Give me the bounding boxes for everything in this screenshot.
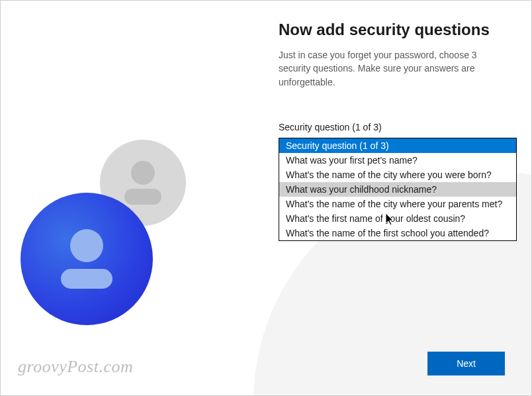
dropdown-option[interactable]: What's the first name of your oldest cou…: [279, 211, 516, 226]
dropdown-option[interactable]: What's the name of the first school you …: [279, 226, 516, 240]
dropdown-option[interactable]: Security question (1 of 3): [279, 138, 516, 153]
dropdown-option[interactable]: What's the name of the city where your p…: [279, 197, 516, 211]
security-question-dropdown[interactable]: Security question (1 of 3)What was your …: [279, 138, 517, 241]
watermark: groovyPost.com: [18, 357, 133, 377]
next-button[interactable]: Next: [427, 352, 505, 375]
dropdown-option[interactable]: What's the name of the city where you we…: [279, 168, 516, 182]
dropdown-option[interactable]: What was your childhood nickname?: [279, 182, 516, 197]
dropdown-option[interactable]: What was your first pet's name?: [279, 153, 516, 168]
question-label: Security question (1 of 3): [279, 122, 505, 132]
page-title: Now add security questions: [279, 21, 505, 39]
page-subtitle: Just in case you forget your password, c…: [279, 48, 504, 89]
